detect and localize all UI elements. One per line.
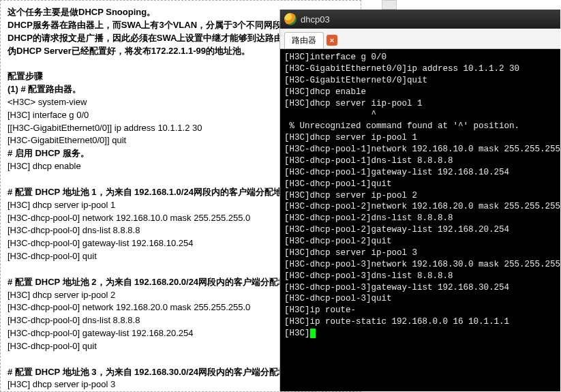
tab-bar: 路由器 × xyxy=(280,29,560,49)
close-icon[interactable]: × xyxy=(327,35,337,46)
window-title: dhcp03 xyxy=(301,14,330,25)
terminal-line: [H3C]dhcp enable xyxy=(284,87,556,98)
terminal-line: [H3C-dhcp-pool-2]dns-list 8.8.8.8 xyxy=(284,213,556,224)
pane-divider xyxy=(382,0,397,10)
terminal-line: [H3C]dhcp server ip-pool 2 xyxy=(284,190,556,202)
terminal-window: dhcp03 路由器 × [H3C]interface g 0/0[H3C-Gi… xyxy=(279,10,560,391)
terminal-line: [H3C]dhcp server ip-pool 3 xyxy=(284,247,556,259)
terminal-line: [H3C-dhcp-pool-3]quit xyxy=(284,293,556,305)
window-titlebar[interactable]: dhcp03 xyxy=(280,10,560,29)
terminal-line: [H3C]ip route-static 192.168.0.0 16 10.1… xyxy=(284,316,556,328)
terminal-line: [H3C-dhcp-pool-2]network 192.168.20.0 ma… xyxy=(284,201,556,213)
close-glyph: × xyxy=(330,36,334,44)
tab-label: 路由器 xyxy=(292,35,316,45)
terminal-line: [H3C]ip route- xyxy=(284,305,556,316)
terminal-prompt: [H3C] xyxy=(284,329,310,338)
terminal-line: [H3C]interface g 0/0 xyxy=(284,52,556,63)
terminal-line: [H3C]dhcp server iip-pool 1 xyxy=(284,98,556,110)
terminal-line: [H3C-dhcp-pool-1]network 192.168.10.0 ma… xyxy=(284,144,556,155)
terminal-line: [H3C-dhcp-pool-2]gateway-list 192.168.20… xyxy=(284,224,556,236)
terminal-line: [H3C-GigabitEthernet0/0]quit xyxy=(284,75,556,87)
terminal-line: [H3C-dhcp-pool-1]quit xyxy=(284,179,556,190)
tab-router[interactable]: 路由器 xyxy=(284,32,324,48)
terminal-line: [H3C]dhcp server ip-pool 1 xyxy=(284,132,556,144)
cursor-icon xyxy=(310,329,316,338)
terminal-line: [H3C-dhcp-pool-3]dns-list 8.8.8.8 xyxy=(284,271,556,282)
terminal-line: ^ xyxy=(284,109,556,121)
terminal-line: [H3C-dhcp-pool-3]network 192.168.30.0 ma… xyxy=(284,259,556,271)
terminal-line: % Unrecognized command found at '^' posi… xyxy=(284,121,556,132)
terminal-line: [H3C-dhcp-pool-2]quit xyxy=(284,236,556,247)
terminal-line: [H3C-GigabitEthernet0/0]ip address 10.1.… xyxy=(284,63,556,75)
terminal-prompt-line: [H3C] xyxy=(284,328,556,340)
app-logo-icon xyxy=(284,13,297,25)
terminal-line: [H3C-dhcp-pool-3]gateway-list 192.168.30… xyxy=(284,282,556,294)
terminal-line: [H3C-dhcp-pool-1]dns-list 8.8.8.8 xyxy=(284,155,556,167)
terminal-output[interactable]: [H3C]interface g 0/0[H3C-GigabitEthernet… xyxy=(280,49,560,391)
terminal-line: [H3C-dhcp-pool-1]gateway-list 192.168.10… xyxy=(284,167,556,179)
